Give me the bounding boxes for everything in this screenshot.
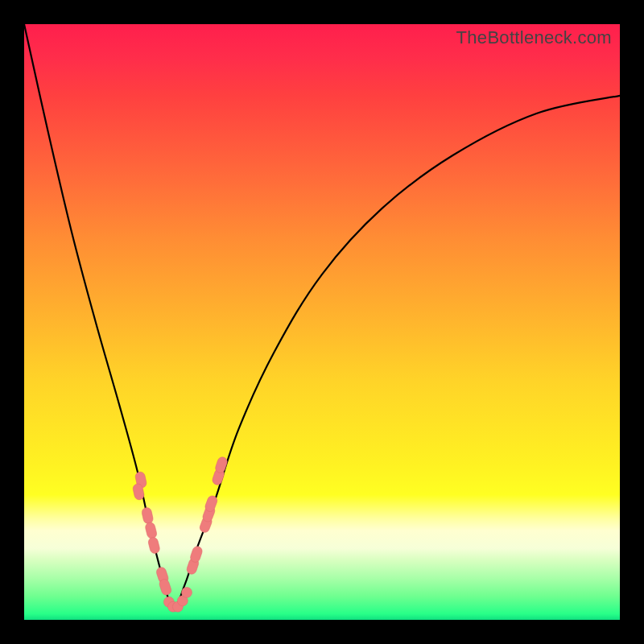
bead: [141, 506, 154, 524]
bottleneck-curve: [24, 24, 620, 620]
bead: [182, 587, 192, 597]
curve-path: [24, 24, 620, 608]
plot-area: TheBottleneck.com: [24, 24, 620, 620]
bead: [144, 522, 157, 539]
beads-right-group: [186, 456, 229, 576]
bead: [147, 536, 160, 554]
beads-left-group: [132, 471, 172, 597]
